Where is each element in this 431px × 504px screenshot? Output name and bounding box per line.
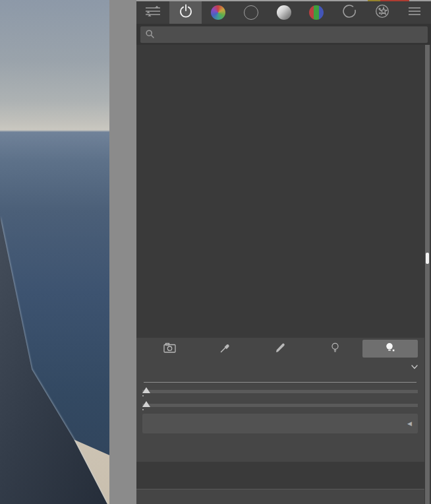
temperature-slider-group [142, 387, 418, 396]
eyedropper-icon [219, 342, 230, 356]
panel-scrollbar[interactable] [425, 45, 430, 504]
panel-bottom-area [136, 489, 424, 504]
rgb-circle-icon [309, 5, 324, 20]
scrollbar-thumb[interactable] [426, 253, 429, 264]
tab-active-modules[interactable] [169, 1, 202, 24]
arc-arrow-icon [342, 4, 357, 21]
module-group-tabs [136, 0, 431, 24]
tint-slider[interactable] [142, 404, 418, 407]
as-shot-wb-button[interactable] [308, 340, 363, 358]
search-input[interactable] [140, 26, 428, 43]
channel-coefficients-expander[interactable]: ◀ [142, 414, 418, 433]
tint-slider-group [142, 400, 418, 410]
rainbow-circle-icon [211, 5, 225, 20]
collapse-left-triangle-icon: ◀ [407, 420, 412, 427]
histogram-red-segment [380, 0, 409, 1]
search-row [136, 24, 431, 45]
darktable-window: ◀ [0, 0, 431, 504]
search-icon [146, 29, 154, 41]
histogram-yellow-segment [368, 0, 380, 1]
tab-color-group[interactable] [202, 1, 235, 24]
slider-left-dot [142, 409, 144, 410]
tab-rgb-group[interactable] [300, 1, 333, 24]
camera-wb-button[interactable] [142, 340, 198, 358]
gray-circle-icon [277, 5, 291, 20]
camera-icon [163, 342, 176, 356]
wb-subrow [142, 358, 418, 373]
user-wb-button[interactable] [252, 340, 308, 358]
canvas-gutter [109, 0, 136, 504]
temperature-slider-handle[interactable] [142, 387, 150, 393]
tab-tone-group[interactable] [235, 1, 268, 24]
star-circle-icon [375, 4, 389, 21]
bulb-outline-icon [330, 342, 340, 356]
white-balance-toolbar [142, 340, 418, 358]
boat-hull [0, 0, 109, 504]
sliders-icon [145, 5, 161, 20]
wb-preset-dropdown[interactable] [407, 360, 418, 372]
pencil-icon [275, 342, 285, 356]
slider-left-dot [142, 395, 144, 396]
outline-circle-icon [244, 5, 258, 20]
power-icon [179, 4, 193, 21]
tab-correction-group[interactable] [333, 1, 366, 24]
histogram-bottom-sliver [136, 0, 431, 1]
bulb-filled-icon [385, 342, 396, 356]
tab-effects-group[interactable] [366, 1, 399, 24]
chevron-down-icon [411, 360, 418, 372]
spot-wb-button[interactable] [198, 340, 253, 358]
tab-basic-sliders[interactable] [136, 1, 169, 24]
reference-wb-button[interactable] [362, 340, 418, 358]
white-balance-panel: ◀ [136, 338, 424, 462]
photo-canvas[interactable] [0, 0, 109, 504]
tint-slider-handle[interactable] [142, 401, 150, 407]
right-panel: ◀ [136, 0, 431, 504]
tab-grading-group[interactable] [268, 1, 301, 24]
temperature-slider[interactable] [142, 390, 418, 393]
hamburger-icon [408, 7, 421, 18]
wb-section-title [144, 373, 417, 383]
tab-presets-menu[interactable] [398, 1, 431, 24]
